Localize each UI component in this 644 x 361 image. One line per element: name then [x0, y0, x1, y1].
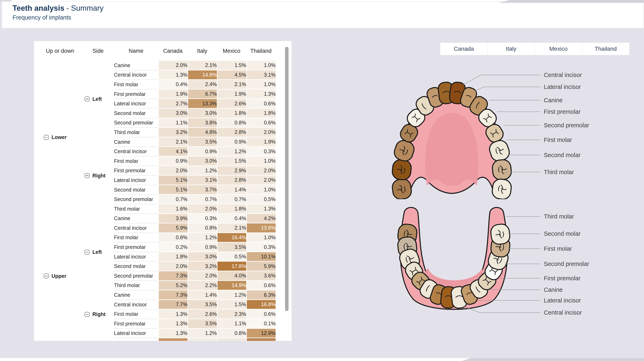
row-name-cell: Third molar — [114, 128, 158, 138]
row-side-right: Right — [82, 290, 114, 338]
collapse-icon[interactable] — [84, 312, 90, 317]
label-line — [463, 75, 540, 84]
row-name-cell: Central incisor — [114, 300, 158, 310]
label-line — [474, 87, 540, 92]
row-name-cell: First premolar — [114, 90, 158, 99]
col-header-canada[interactable]: Canada — [158, 41, 188, 61]
filter-button-thailand[interactable]: Thailand — [582, 42, 630, 55]
value-cell: 1.3% — [158, 329, 188, 338]
value-cell: 1.8% — [158, 252, 188, 262]
value-cell: 17.8% — [217, 262, 246, 271]
row-name-cell: Central incisor — [114, 147, 158, 156]
tooth-label: Second premolar — [544, 121, 606, 129]
col-header-thailand[interactable]: Thailand — [246, 41, 276, 61]
value-cell: 3.0% — [158, 109, 188, 118]
value-cell: 4.0% — [217, 271, 246, 281]
value-cell: 0.3% — [246, 147, 276, 156]
tooth-label: Central incisor — [544, 309, 606, 316]
value-cell: 0.9% — [188, 147, 217, 156]
value-cell: 0.8% — [158, 233, 188, 243]
row-name-cell: Third molar — [114, 204, 158, 214]
value-cell: 1.3% — [246, 90, 276, 99]
value-cell: 1.3% — [158, 70, 188, 80]
bottom-right-wedge — [462, 358, 644, 361]
value-cell: 4.8% — [188, 128, 217, 138]
tooth — [492, 159, 512, 180]
value-cell: 1.1% — [158, 118, 188, 128]
value-cell: 1.2% — [217, 147, 246, 156]
row-name-cell: Canine — [114, 290, 158, 300]
collapse-icon[interactable] — [84, 173, 90, 178]
tooth-label: Central incisor — [544, 71, 606, 79]
value-cell: 0.8% — [188, 224, 217, 233]
collapse-icon[interactable] — [44, 274, 49, 278]
col-header-italy[interactable]: Italy — [188, 41, 217, 61]
row-name-cell: Second premolar — [114, 271, 158, 281]
value-cell: 3.0% — [188, 156, 217, 166]
row-name-cell: Second molar — [114, 185, 158, 195]
row-name-cell: First molar — [114, 310, 158, 319]
value-cell: 2.8% — [217, 176, 246, 185]
value-cell: 2.4% — [188, 80, 217, 90]
row-name-cell: Central incisor — [114, 70, 158, 80]
value-cell: 1.9% — [246, 138, 276, 147]
value-cell: 6.3% — [246, 290, 276, 300]
row-name-cell: Second molar — [114, 109, 158, 118]
value-cell: 1.2% — [217, 290, 246, 300]
tooth — [492, 178, 512, 199]
value-cell: 12.9% — [246, 329, 276, 338]
value-cell: 7.7% — [158, 300, 188, 310]
matrix-header-row: Up or down Side Name Canada Italy Mexico… — [38, 41, 276, 61]
value-cell: 2.0% — [246, 176, 276, 185]
row-name-cell: First molar — [114, 156, 158, 166]
group-label: Right — [92, 173, 106, 179]
value-cell: 1.0% — [246, 233, 276, 243]
value-cell: 2.3% — [217, 310, 246, 319]
value-cell: 16.4% — [217, 233, 246, 243]
col-header-updown[interactable]: Up or down — [38, 41, 82, 61]
group-label: Left — [92, 249, 102, 255]
value-cell: 1.0% — [246, 61, 276, 70]
filter-button-italy[interactable]: Italy — [488, 42, 535, 55]
tooth — [392, 159, 412, 180]
collapse-icon[interactable] — [84, 96, 90, 102]
value-cell: 3.2% — [158, 128, 188, 138]
row-name-cell: First premolar — [114, 166, 158, 176]
col-header-name[interactable]: Name — [114, 41, 158, 61]
tooth-label: Canine — [544, 96, 606, 104]
collapse-icon[interactable] — [44, 135, 49, 140]
filter-button-mexico[interactable]: Mexico — [535, 42, 582, 55]
tooth-label: Third molar — [544, 212, 606, 220]
value-cell: 0.4% — [158, 80, 188, 90]
value-cell: 2.6% — [188, 310, 217, 319]
tooth-label: Second molar — [544, 230, 606, 238]
value-cell: 3.5% — [188, 300, 217, 310]
col-header-side[interactable]: Side — [82, 41, 114, 61]
row-side-left: Left — [82, 214, 114, 290]
tooth-label: Third molar — [544, 168, 606, 176]
empty-cell — [114, 338, 158, 341]
value-cell: 10.1% — [246, 252, 276, 262]
value-cell: 2.0% — [188, 204, 217, 214]
tooth-label: Lateral incisor — [544, 83, 606, 91]
value-cell: 5.9% — [246, 262, 276, 271]
value-cell — [158, 338, 188, 341]
value-cell: 3.5% — [217, 242, 246, 252]
collapse-icon[interactable] — [84, 250, 90, 255]
tooth-label: Canine — [544, 286, 606, 294]
empty-cell — [38, 338, 82, 341]
value-cell: 3.2% — [188, 262, 217, 271]
value-cell: 3.1% — [246, 70, 276, 80]
value-cell: 0.5% — [217, 252, 246, 262]
value-cell: 2.0% — [188, 271, 217, 281]
value-cell: 5.1% — [158, 185, 188, 195]
table-scrollbar[interactable] — [285, 47, 288, 311]
upper-jaw-diagram — [386, 68, 542, 199]
value-cell: 0.4% — [217, 214, 246, 224]
value-cell: 4.1% — [158, 147, 188, 156]
row-name-cell: First molar — [114, 80, 158, 90]
country-filter-bar: Canada Italy Mexico Thailand — [440, 42, 630, 55]
col-header-mexico[interactable]: Mexico — [217, 41, 246, 61]
value-cell: 0.6% — [246, 310, 276, 319]
filter-button-canada[interactable]: Canada — [440, 42, 488, 55]
